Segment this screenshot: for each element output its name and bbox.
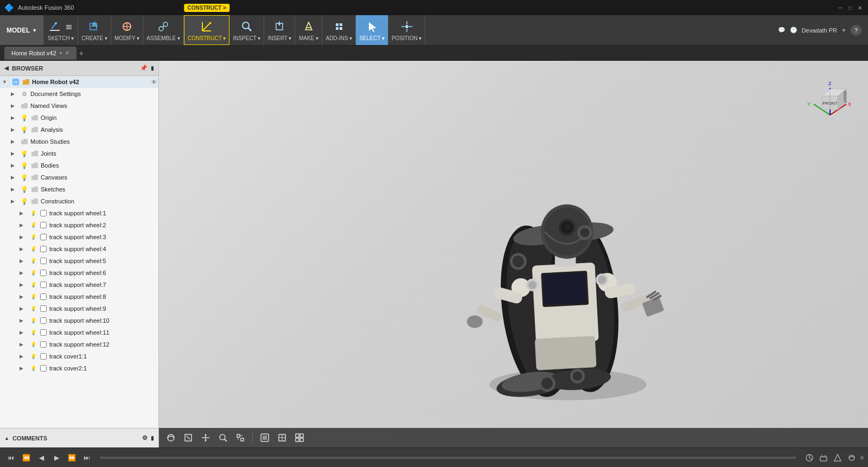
origin-arrow: ▶ xyxy=(11,115,18,120)
tree-root[interactable]: ▼ H Home Robot v42 👁 xyxy=(0,76,158,88)
anim-tool-2[interactable] xyxy=(817,451,830,464)
skip-start-button[interactable]: ⏮ xyxy=(4,451,17,464)
tree-wheel-2[interactable]: ▶ 💡 track support wheel:2 xyxy=(0,219,158,231)
insert-group[interactable]: INSERT ▾ xyxy=(264,15,295,45)
inspect-group[interactable]: INSPECT ▾ xyxy=(229,15,264,45)
comments-panel[interactable]: ▲ COMMENTS ⚙ ▮ xyxy=(0,428,158,447)
maximize-button[interactable]: □ xyxy=(846,4,854,11)
tree-sketches[interactable]: ▶ 💡 Sketches xyxy=(0,183,158,195)
browser-collapse[interactable]: ▮ xyxy=(151,65,154,71)
timeline-bar[interactable] xyxy=(100,457,796,459)
tree-cover1[interactable]: ▶ 💡 track cover1:1 xyxy=(0,350,158,362)
tree-origin[interactable]: ▶ 💡 Origin xyxy=(0,112,158,124)
tree-construction[interactable]: ▶ 💡 Construction xyxy=(0,195,158,207)
tree-doc-settings[interactable]: ▶ ⚙ Document Settings xyxy=(0,88,158,100)
tree-analysis[interactable]: ▶ 💡 Analysis xyxy=(0,124,158,136)
svg-rect-50 xyxy=(534,336,596,370)
anim-tool-1[interactable] xyxy=(803,451,816,464)
cover2-light: 💡 xyxy=(29,364,37,373)
assemble-icon xyxy=(156,19,171,34)
construct-group[interactable]: CONSTRUCT ▾ CONSTRUCT > xyxy=(184,15,229,45)
browser-pin[interactable]: 📌 xyxy=(140,65,148,72)
wheel10-checkbox[interactable] xyxy=(40,317,47,324)
new-tab-button[interactable]: + xyxy=(79,49,83,57)
wheel7-checkbox[interactable] xyxy=(40,282,47,288)
skip-end-button[interactable]: ⏭ xyxy=(80,451,93,464)
tab-home-robot[interactable]: Home Robot v42 ● ✕ xyxy=(4,47,76,60)
timeline-resize-handle[interactable] xyxy=(860,456,864,459)
modify-group[interactable]: MODIFY ▾ xyxy=(111,15,143,45)
tree-wheel-5[interactable]: ▶ 💡 track support wheel:5 xyxy=(0,255,158,267)
pan-button[interactable] xyxy=(198,431,213,445)
canvases-folder-icon xyxy=(30,173,39,182)
play-button[interactable]: ▶ xyxy=(50,451,63,464)
tree-cover2[interactable]: ▶ 💡 track cover2:1 xyxy=(0,362,158,374)
tree-wheel-1[interactable]: ▶ 💡 track support wheel:1 xyxy=(0,207,158,219)
wheel5-checkbox[interactable] xyxy=(40,258,47,264)
sketches-label: Sketches xyxy=(41,186,158,193)
anim-tool-3[interactable] xyxy=(831,451,844,464)
tree-joints[interactable]: ▶ 💡 Joints xyxy=(0,148,158,159)
look-button[interactable] xyxy=(181,431,196,445)
tree-wheel-7[interactable]: ▶ 💡 track support wheel:7 xyxy=(0,279,158,291)
motion-studies-arrow: ▶ xyxy=(11,139,18,144)
fit-button[interactable] xyxy=(233,431,248,445)
wheel3-checkbox[interactable] xyxy=(40,234,47,240)
wheel8-checkbox[interactable] xyxy=(40,293,47,300)
chat-icon[interactable]: 💬 xyxy=(778,27,786,34)
comments-collapse-icon[interactable]: ▮ xyxy=(151,435,154,441)
close-button[interactable]: ✕ xyxy=(856,4,864,11)
model-button[interactable]: MODEL ▼ xyxy=(0,15,44,45)
sketch-group[interactable]: SKETCH ▾ xyxy=(44,15,78,45)
help-icon[interactable]: ? xyxy=(851,25,861,36)
tree-wheel-8[interactable]: ▶ 💡 track support wheel:8 xyxy=(0,291,158,303)
wheel6-checkbox[interactable] xyxy=(40,270,47,276)
tree-wheel-10[interactable]: ▶ 💡 track support wheel:10 xyxy=(0,315,158,327)
view-settings-button[interactable] xyxy=(292,431,307,445)
make-group[interactable]: MAKE ▾ xyxy=(295,15,322,45)
assemble-group[interactable]: ASSEMBLE ▾ xyxy=(143,15,184,45)
create-group[interactable]: CREATE ▾ xyxy=(78,15,111,45)
wheel2-light: 💡 xyxy=(29,221,37,229)
wheel11-checkbox[interactable] xyxy=(40,329,47,336)
collapse-arrow[interactable]: ◀ xyxy=(4,65,9,71)
play-rev-button[interactable]: ◀ xyxy=(35,451,48,464)
toolbar-groups: SKETCH ▾ CREATE ▾ MODIFY ▾ xyxy=(44,15,771,45)
comments-settings-icon[interactable]: ⚙ xyxy=(142,434,148,442)
history-icon[interactable]: 🕐 xyxy=(790,27,797,34)
grid-button[interactable] xyxy=(275,431,290,445)
wheel9-checkbox[interactable] xyxy=(40,305,47,312)
minimize-button[interactable]: ─ xyxy=(837,4,844,11)
select-group[interactable]: SELECT ▾ xyxy=(356,15,388,45)
tree-bodies[interactable]: ▶ 💡 Bodies xyxy=(0,159,158,171)
tree-wheel-12[interactable]: ▶ 💡 track support wheel:12 xyxy=(0,338,158,350)
wheel4-arrow: ▶ xyxy=(20,246,27,252)
tab-close-button[interactable]: ✕ xyxy=(65,50,69,56)
wheel2-checkbox[interactable] xyxy=(40,222,47,228)
anim-tool-4[interactable] xyxy=(845,451,858,464)
wheel1-checkbox[interactable] xyxy=(40,210,47,216)
coord-cube[interactable]: X Y Z FRONT RIGHT xyxy=(803,72,857,126)
wheel12-checkbox[interactable] xyxy=(40,341,47,348)
tree-canvases[interactable]: ▶ 💡 Canvases xyxy=(0,171,158,183)
addins-group[interactable]: ADD-INS ▾ xyxy=(322,15,356,45)
viewport[interactable]: X Y Z FRONT RIGHT xyxy=(159,61,868,447)
svg-line-14 xyxy=(202,22,211,31)
tree-wheel-4[interactable]: ▶ 💡 track support wheel:4 xyxy=(0,243,158,255)
tree-wheel-11[interactable]: ▶ 💡 track support wheel:11 xyxy=(0,327,158,338)
prev-frame-button[interactable]: ⏪ xyxy=(20,451,33,464)
orbit-button[interactable] xyxy=(163,431,178,445)
tree-wheel-9[interactable]: ▶ 💡 track support wheel:9 xyxy=(0,303,158,315)
wheel4-checkbox[interactable] xyxy=(40,246,47,252)
cover1-checkbox[interactable] xyxy=(40,353,47,360)
tree-named-views[interactable]: ▶ Named Views xyxy=(0,100,158,112)
tree-motion-studies[interactable]: ▶ Motion Studies xyxy=(0,136,158,148)
zoom-button[interactable] xyxy=(215,431,231,445)
tree-wheel-6[interactable]: ▶ 💡 track support wheel:6 xyxy=(0,267,158,279)
cover2-checkbox[interactable] xyxy=(40,365,47,372)
next-frame-button[interactable]: ⏩ xyxy=(65,451,78,464)
position-group[interactable]: POSITION ▾ xyxy=(388,15,426,45)
svg-marker-22 xyxy=(278,23,281,25)
tree-wheel-3[interactable]: ▶ 💡 track support wheel:3 xyxy=(0,231,158,243)
display-mode-button[interactable] xyxy=(257,431,272,445)
